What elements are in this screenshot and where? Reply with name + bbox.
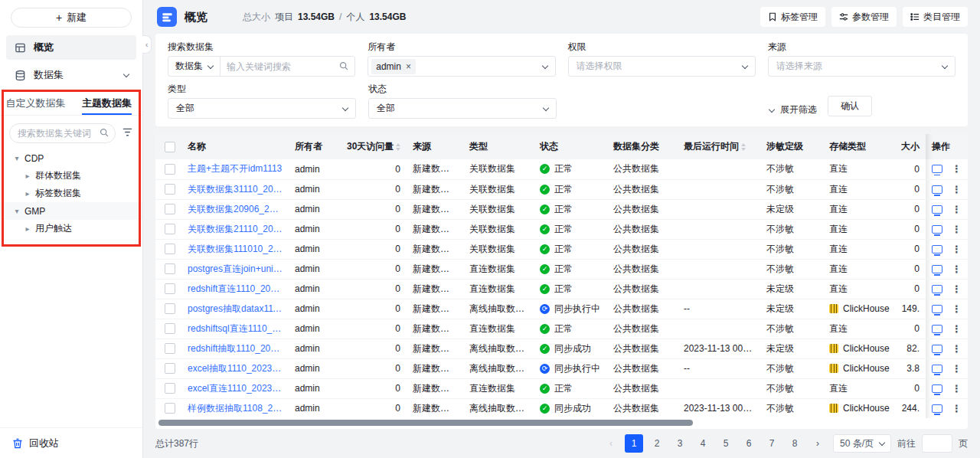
preview-icon[interactable] — [932, 345, 942, 353]
page-button[interactable]: 8 — [786, 434, 804, 453]
recycle-label: 回收站 — [29, 437, 59, 450]
more-actions-icon[interactable]: ⋮ — [952, 383, 962, 394]
preview-icon[interactable] — [932, 384, 942, 393]
preview-icon[interactable] — [932, 225, 942, 234]
more-actions-icon[interactable]: ⋮ — [952, 343, 962, 355]
row-checkbox[interactable] — [165, 263, 175, 274]
row-checkbox[interactable] — [165, 164, 175, 175]
more-actions-icon[interactable]: ⋮ — [952, 403, 962, 414]
page-button[interactable]: 4 — [694, 434, 712, 453]
dataset-name-link[interactable]: postgres直连join+union11... — [188, 263, 283, 276]
preview-icon[interactable] — [932, 245, 942, 254]
preview-icon[interactable] — [932, 404, 942, 413]
confirm-button[interactable]: 确认 — [828, 96, 872, 116]
page-size-select[interactable]: 50 条/页 — [833, 434, 891, 453]
remove-tag-icon[interactable]: × — [406, 61, 411, 72]
preview-icon[interactable] — [932, 285, 942, 293]
dataset-name-link[interactable]: 关联数据集20906_202311... — [188, 203, 283, 216]
more-actions-icon[interactable]: ⋮ — [952, 363, 962, 375]
more-actions-icon[interactable]: ⋮ — [952, 244, 962, 255]
tree-node[interactable]: ▾GMP — [0, 202, 142, 220]
table-row: 关联数据集111010_20231...admin0新建数据集关联数据集✓正常公… — [155, 239, 968, 259]
status-cell: ✓正常 — [534, 378, 607, 398]
dataset-name-link[interactable]: 样例数据抽取1108_20231... — [188, 402, 283, 415]
tree-node[interactable]: ▸标签数据集 — [0, 185, 142, 202]
row-checkbox[interactable] — [165, 184, 175, 195]
prev-page-button[interactable]: ‹ — [602, 434, 620, 453]
more-actions-icon[interactable]: ⋮ — [952, 263, 962, 275]
dataset-name-link[interactable]: postgres抽取datax1110_2... — [188, 303, 283, 316]
row-checkbox[interactable] — [165, 204, 175, 214]
next-page-button[interactable]: › — [808, 434, 827, 453]
horizontal-scrollbar[interactable] — [157, 420, 966, 426]
sort-icon[interactable] — [396, 143, 400, 151]
preview-icon[interactable] — [932, 305, 942, 313]
dataset-name-link[interactable]: 关联数据集21110_202311... — [188, 223, 283, 236]
tab-theme-dataset[interactable]: 主题数据集 — [71, 92, 142, 115]
page-button[interactable]: 3 — [671, 434, 689, 453]
page-button[interactable]: 5 — [717, 434, 735, 453]
type-select[interactable]: 全部 — [168, 98, 356, 119]
preview-icon[interactable] — [932, 185, 942, 194]
new-button[interactable]: + 新建 — [11, 8, 132, 28]
row-checkbox[interactable] — [165, 323, 175, 334]
preview-icon[interactable] — [932, 365, 942, 373]
dataset-name-link[interactable]: 关联数据集31110_202311... — [188, 183, 283, 196]
preview-icon[interactable] — [932, 165, 942, 173]
type-cell: 直连数据集 — [463, 319, 534, 339]
row-checkbox[interactable] — [165, 244, 175, 254]
storage-type: ClickHouse — [829, 303, 889, 314]
owner-select[interactable]: admin × — [368, 56, 555, 77]
select-all-checkbox[interactable] — [165, 142, 175, 152]
permission-select[interactable]: 请选择权限 — [568, 56, 756, 77]
row-checkbox[interactable] — [165, 383, 175, 394]
page-button[interactable]: 6 — [740, 434, 758, 453]
more-actions-icon[interactable]: ⋮ — [952, 184, 962, 195]
filter-icon[interactable] — [122, 126, 133, 140]
preview-icon[interactable] — [932, 325, 942, 333]
tree-node[interactable]: ▸群体数据集 — [0, 167, 142, 185]
row-checkbox[interactable] — [165, 283, 175, 294]
dataset-name-link[interactable]: 关联数据集111010_20231... — [188, 243, 283, 256]
row-checkbox[interactable] — [165, 363, 175, 374]
source-select[interactable]: 请选择来源 — [768, 56, 956, 77]
page-button[interactable]: 7 — [763, 434, 781, 453]
dataset-name-link[interactable]: redshift抽取1110_202311... — [188, 342, 283, 355]
more-actions-icon[interactable]: ⋮ — [952, 303, 962, 315]
page-button[interactable]: 2 — [648, 434, 666, 453]
recycle-bin[interactable]: 回收站 — [0, 427, 142, 458]
search-type-select[interactable]: 数据集 — [168, 57, 220, 76]
dataset-name-link[interactable]: 主题+主题不开idm1113 — [188, 162, 283, 175]
tab-custom-dataset[interactable]: 自定义数据集 — [0, 92, 71, 115]
more-actions-icon[interactable]: ⋮ — [952, 283, 962, 295]
sidebar-item-overview[interactable]: 概览 — [6, 35, 136, 60]
sidebar-collapse-handle[interactable]: ‹ — [142, 35, 152, 54]
tag-management-button[interactable]: 标签管理 — [760, 7, 825, 27]
more-actions-icon[interactable]: ⋮ — [952, 204, 962, 215]
row-checkbox[interactable] — [165, 303, 175, 314]
page-button[interactable]: 1 — [625, 434, 643, 453]
row-checkbox[interactable] — [165, 403, 175, 414]
category-management-button[interactable]: 类目管理 — [903, 7, 968, 27]
scrollbar-thumb[interactable] — [158, 420, 693, 426]
sort-icon[interactable] — [741, 143, 746, 151]
dataset-name-link[interactable]: excel抽取1110_20231110... — [188, 362, 283, 375]
status-select[interactable]: 全部 — [368, 98, 557, 119]
row-checkbox[interactable] — [165, 224, 175, 234]
param-management-button[interactable]: 参数管理 — [831, 7, 897, 27]
expand-filter-link[interactable]: 展开筛选 — [769, 103, 817, 116]
keyword-search-input[interactable] — [220, 61, 354, 72]
row-checkbox[interactable] — [165, 343, 175, 354]
preview-icon[interactable] — [932, 205, 942, 214]
preview-icon[interactable] — [932, 265, 942, 273]
dataset-name-link[interactable]: excel直连1110_20231110... — [188, 382, 283, 395]
tree-node[interactable]: ▾CDP — [0, 149, 142, 167]
more-actions-icon[interactable]: ⋮ — [952, 163, 962, 175]
more-actions-icon[interactable]: ⋮ — [952, 323, 962, 335]
sidebar-item-dataset[interactable]: 数据集 — [6, 63, 136, 87]
tree-node[interactable]: ▸用户触达 — [0, 220, 142, 237]
dataset-name-link[interactable]: redshift直连1110_202311... — [188, 283, 283, 296]
more-actions-icon[interactable]: ⋮ — [952, 224, 962, 235]
dataset-name-link[interactable]: redshiftsql直连1110_2023... — [188, 322, 283, 335]
goto-page-input[interactable] — [922, 434, 952, 453]
